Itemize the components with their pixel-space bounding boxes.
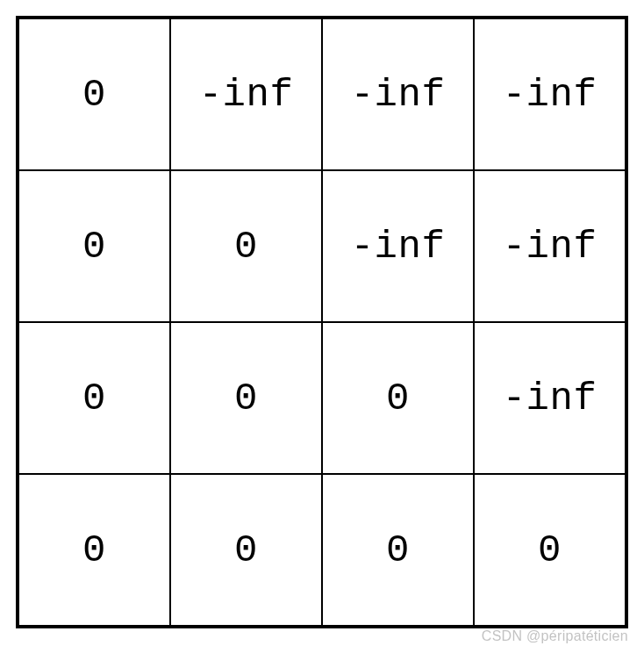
- table-cell: -inf: [474, 18, 626, 170]
- table-cell: -inf: [474, 322, 626, 474]
- table-cell: 0: [170, 322, 322, 474]
- mask-matrix-grid: 0 -inf -inf -inf 0 0 -inf -inf 0 0 0 -in…: [16, 16, 628, 628]
- table-cell: 0: [170, 474, 322, 626]
- table-cell: -inf: [322, 170, 474, 322]
- table-cell: -inf: [474, 170, 626, 322]
- table-cell: -inf: [170, 18, 322, 170]
- watermark-text: CSDN @péripatéticien: [482, 628, 628, 644]
- table-cell: -inf: [322, 18, 474, 170]
- table-cell: 0: [474, 474, 626, 626]
- table-cell: 0: [322, 474, 474, 626]
- table-cell: 0: [18, 18, 170, 170]
- table-cell: 0: [18, 170, 170, 322]
- table-cell: 0: [170, 170, 322, 322]
- table-cell: 0: [322, 322, 474, 474]
- table-cell: 0: [18, 474, 170, 626]
- table-cell: 0: [18, 322, 170, 474]
